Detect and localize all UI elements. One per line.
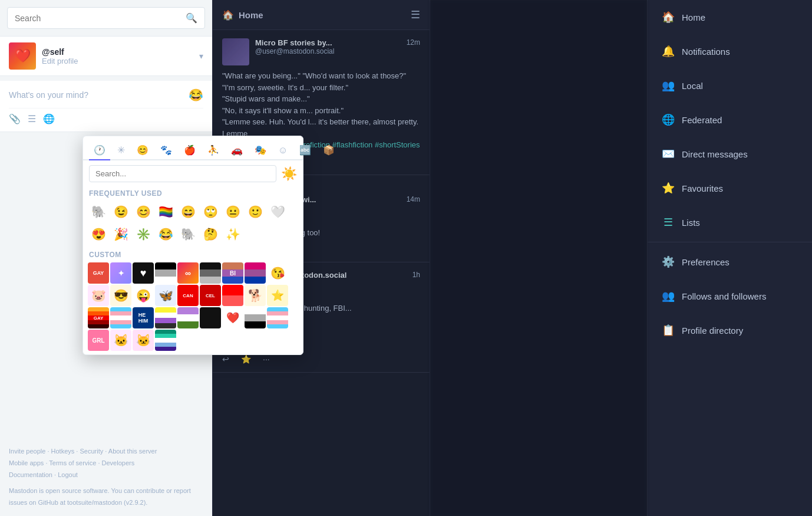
- search-input[interactable]: [15, 14, 186, 23]
- emoji-tab-symbols[interactable]: ✳: [113, 141, 130, 160]
- post-more-3[interactable]: ···: [263, 354, 270, 364]
- emoji-rainbow-flag[interactable]: 🏳️‍🌈: [155, 201, 176, 222]
- emoji-laugh[interactable]: 😄: [177, 201, 199, 222]
- emoji-slight[interactable]: 🙂: [245, 201, 266, 222]
- emoji-tab-text[interactable]: 🔤: [295, 141, 316, 160]
- custom-nonbinary[interactable]: [155, 307, 176, 328]
- emoji-smile[interactable]: 😊: [133, 201, 154, 222]
- emoji-picker: 🕐 ✳ 😊 🐾 🍎 ⛹ 🚗 🎭 ☺ 🔤 📦 ☀️ Frequently used…: [82, 136, 303, 355]
- custom-cancel2[interactable]: CEL: [200, 285, 221, 306]
- nav-direct-messages[interactable]: ✉️ Direct messages: [648, 137, 812, 171]
- nav-profile-directory[interactable]: 📋 Profile directory: [648, 313, 812, 347]
- custom-sunglasses[interactable]: 😎: [110, 285, 131, 306]
- emoji-elephant[interactable]: 🐘: [177, 224, 199, 245]
- emoji-tab-animals[interactable]: 🐾: [156, 141, 177, 160]
- right-sidebar: 🏠 Home 🔔 Notifications 👥 Local 🌐 Federat…: [647, 0, 812, 516]
- mobile-apps-link[interactable]: Mobile apps: [9, 459, 44, 466]
- custom-cat2[interactable]: 🐱: [133, 330, 154, 351]
- custom-masc[interactable]: GRL: [88, 330, 109, 351]
- developers-link[interactable]: Developers: [102, 459, 135, 466]
- custom-butterfly[interactable]: 🦋: [155, 285, 176, 306]
- emoji-search-input[interactable]: [89, 165, 276, 182]
- custom-flag2[interactable]: [200, 262, 221, 284]
- custom-black[interactable]: [200, 307, 221, 328]
- emoji-neutral[interactable]: 😐: [222, 201, 243, 222]
- custom-pig[interactable]: 🐷: [88, 285, 109, 306]
- custom-kiss[interactable]: 😘: [267, 262, 288, 284]
- globe-icon[interactable]: 🌐: [43, 113, 55, 124]
- post-time-3: 1h: [412, 271, 420, 279]
- custom-genderqueer[interactable]: [177, 307, 199, 328]
- custom-doge[interactable]: 🐕: [245, 285, 266, 306]
- emoji-eyeroll[interactable]: 🙄: [200, 201, 221, 222]
- feed-settings-icon[interactable]: ☰: [411, 8, 420, 21]
- emoji-wink[interactable]: 😉: [110, 201, 131, 222]
- custom-black-heart[interactable]: ♥: [133, 262, 154, 284]
- footer-links: Invite people · Hotkeys · Security · Abo…: [0, 439, 212, 516]
- search-bar[interactable]: 🔍: [7, 7, 205, 29]
- emoji-tab-travel[interactable]: 🚗: [226, 141, 247, 160]
- emoji-party[interactable]: 🎉: [110, 224, 131, 245]
- custom-gay2[interactable]: GAY: [88, 307, 109, 328]
- custom-bi-flag[interactable]: [245, 262, 266, 284]
- post-meta-1: Micro BF stories by... @user@mastodon.so…: [255, 38, 401, 55]
- post-boost-3[interactable]: ⭐: [241, 354, 251, 364]
- emoji-tab-objects[interactable]: 🎭: [250, 141, 271, 160]
- compose-placeholder[interactable]: What's on your mind?: [9, 90, 88, 100]
- security-link[interactable]: Security: [80, 448, 103, 455]
- emoji-tab-recent[interactable]: 🕐: [89, 141, 110, 160]
- nav-federated[interactable]: 🌐 Federated: [648, 103, 812, 137]
- about-link[interactable]: About this server: [108, 448, 157, 455]
- nav-follows[interactable]: 👥 Follows and followers: [648, 279, 812, 313]
- nav-home[interactable]: 🏠 Home: [648, 0, 812, 34]
- emoji-tab-food[interactable]: 🍎: [179, 141, 200, 160]
- nav-notifications[interactable]: 🔔 Notifications: [648, 34, 812, 68]
- custom-sparkle[interactable]: ✦: [110, 262, 131, 284]
- emoji-sparkles[interactable]: ✨: [222, 224, 243, 245]
- emoji-joy[interactable]: 😂: [155, 224, 176, 245]
- post-header-1: Micro BF stories by... @user@mastodon.so…: [222, 38, 420, 65]
- attach-icon[interactable]: 📎: [9, 113, 21, 124]
- custom-him[interactable]: HEHIM: [133, 307, 154, 328]
- emoji-mastodon[interactable]: 🐘: [88, 201, 109, 222]
- emoji-tab-misc[interactable]: ☺: [273, 142, 292, 160]
- profile-dropdown-icon[interactable]: ▾: [199, 51, 203, 61]
- post-reply-3[interactable]: ↩: [222, 354, 229, 364]
- invite-people-link[interactable]: Invite people: [9, 448, 45, 455]
- custom-cancel1[interactable]: CAN: [177, 285, 199, 306]
- emoji-thinking[interactable]: 🤔: [200, 224, 221, 245]
- terms-link[interactable]: Terms of service: [49, 459, 96, 466]
- emoji-tab-custom[interactable]: 📦: [318, 141, 339, 160]
- custom-star[interactable]: ⭐: [267, 285, 288, 306]
- custom-gay3[interactable]: GAY: [110, 307, 131, 328]
- format-icon[interactable]: ☰: [28, 113, 36, 124]
- custom-lesbian-heart[interactable]: ❤️: [222, 307, 243, 328]
- custom-gaysex[interactable]: [155, 330, 176, 351]
- custom-grey-stripe[interactable]: [245, 307, 266, 328]
- compose-emoji-button[interactable]: 😂: [189, 88, 203, 102]
- emoji-tab-activity[interactable]: ⛹: [203, 141, 224, 160]
- emoji-love[interactable]: 😍: [88, 224, 109, 245]
- logout-link[interactable]: Logout: [58, 471, 78, 478]
- nav-favourites[interactable]: ⭐ Favourites: [648, 171, 812, 205]
- edit-profile-link[interactable]: Edit profile: [42, 57, 199, 65]
- nav-local[interactable]: 👥 Local: [648, 68, 812, 103]
- custom-gay[interactable]: GAY: [88, 262, 109, 284]
- emoji-asterisk[interactable]: ✳️: [133, 224, 154, 245]
- nav-directory-label: Profile directory: [682, 326, 743, 336]
- nav-prefs-label: Preferences: [682, 257, 730, 267]
- documentation-link[interactable]: Documentation: [9, 471, 52, 478]
- custom-flag1[interactable]: [155, 262, 176, 284]
- custom-bi[interactable]: BI: [222, 262, 243, 284]
- dm-nav-icon: ✉️: [662, 147, 675, 160]
- custom-tongue[interactable]: 😜: [133, 285, 154, 306]
- hotkeys-link[interactable]: Hotkeys: [51, 448, 75, 455]
- custom-infinity[interactable]: ∞: [177, 262, 199, 284]
- nav-lists[interactable]: ☰ Lists: [648, 205, 812, 239]
- emoji-tab-faces[interactable]: 😊: [132, 141, 153, 160]
- nav-preferences[interactable]: ⚙️ Preferences: [648, 245, 812, 279]
- custom-red-flag[interactable]: [222, 285, 243, 306]
- emoji-heart[interactable]: 🤍: [267, 201, 288, 222]
- custom-cat1[interactable]: 🐱: [110, 330, 131, 351]
- custom-trans[interactable]: [267, 307, 288, 328]
